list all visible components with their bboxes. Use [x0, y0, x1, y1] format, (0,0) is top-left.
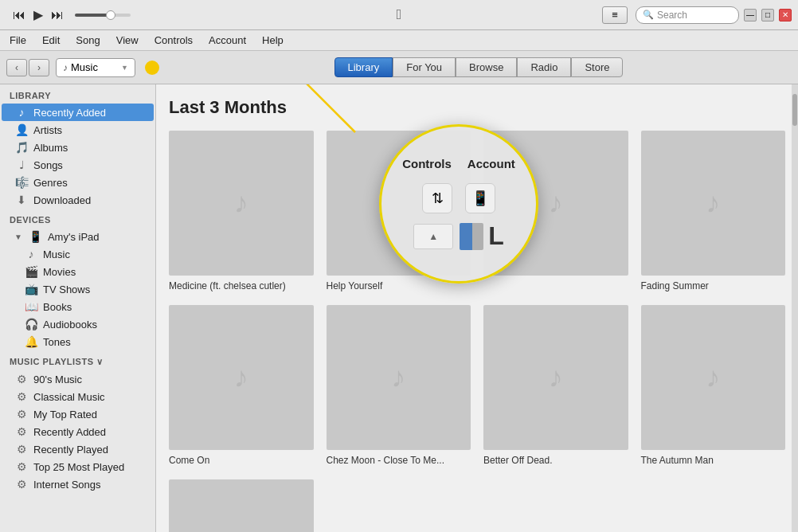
music-icon: ♪: [24, 248, 38, 260]
sidebar-movies-label: Movies: [43, 266, 76, 278]
sidebar-item-downloaded[interactable]: ⬇ Downloaded: [2, 191, 154, 209]
sidebar-songs-label: Songs: [33, 159, 63, 171]
sidebar-item-artists[interactable]: 👤 Artists: [2, 121, 154, 139]
internet-songs-icon: ⚙: [14, 478, 29, 491]
sidebar-item-ipad[interactable]: ▼ 📱 Amy's iPad: [2, 228, 154, 245]
magnifier-updown-button[interactable]: ⇅: [422, 183, 452, 213]
recently-added-pl-icon: ⚙: [14, 425, 29, 438]
top-rated-icon: ⚙: [14, 408, 29, 421]
playback-controls: ⏮ ▶ ⏭: [10, 6, 67, 24]
list-icon: ≡: [612, 9, 618, 21]
devices-section-header: Devices: [0, 209, 155, 228]
titlebar-right: ≡ 🔍 Search — □ ✕: [602, 6, 792, 24]
album-item-fading[interactable]: ♪ Fading Summer: [641, 131, 786, 292]
menu-view[interactable]: View: [110, 33, 145, 48]
menu-song[interactable]: Song: [69, 33, 106, 48]
album-art-medicine: ♪: [169, 131, 314, 276]
source-dropdown[interactable]: ♪ Music ▼: [56, 58, 135, 77]
music-note-icon-3: ♪: [549, 186, 563, 220]
titlebar-left: ⏮ ▶ ⏭: [6, 6, 131, 24]
volume-slider[interactable]: [75, 14, 131, 17]
magnifier-device-button[interactable]: 📱: [465, 183, 495, 213]
tab-store[interactable]: Store: [571, 57, 623, 77]
album-title-better: Better Off Dead.: [483, 455, 553, 467]
scroll-up-icon: ▲: [428, 231, 438, 242]
sidebar-music-label: Music: [43, 248, 70, 260]
album-item-medicine[interactable]: ♪ Medicine (ft. chelsea cutler): [169, 131, 314, 292]
sidebar-item-movies[interactable]: 🎬 Movies: [2, 263, 154, 280]
genres-icon: 🎼: [14, 176, 29, 189]
list-view-button[interactable]: ≡: [602, 6, 628, 24]
menu-file[interactable]: File: [3, 33, 33, 48]
nav-forward-button[interactable]: ›: [29, 59, 49, 76]
movies-icon: 🎬: [24, 265, 38, 278]
yellow-circle-indicator: [145, 61, 159, 75]
albums-icon: 🎵: [14, 141, 29, 154]
search-icon: 🔍: [643, 10, 654, 20]
sidebar-books-label: Books: [43, 301, 72, 313]
sidebar-item-recently-played[interactable]: ⚙ Recently Played: [2, 440, 154, 458]
sidebar-item-top-rated[interactable]: ⚙ My Top Rated: [2, 405, 154, 423]
scrollbar[interactable]: [792, 84, 798, 532]
nav-back-button[interactable]: ‹: [6, 59, 27, 76]
recently-played-icon: ⚙: [14, 443, 29, 456]
album-item-better[interactable]: ♪ Better Off Dead.: [483, 305, 628, 467]
album-item-come-on[interactable]: ♪ Come On: [169, 305, 314, 467]
tab-radio[interactable]: Radio: [517, 57, 571, 77]
music-note-icon-7: ♪: [549, 361, 563, 394]
menu-controls[interactable]: Controls: [148, 33, 199, 48]
album-item-row3-1[interactable]: ♪: [169, 479, 314, 532]
artists-icon: 👤: [14, 123, 29, 136]
sidebar-albums-label: Albums: [33, 142, 68, 154]
sidebar-item-audiobooks[interactable]: 🎧 Audiobooks: [2, 315, 154, 333]
sidebar-audiobooks-label: Audiobooks: [43, 319, 97, 331]
magnifier-menu-row: Controls Account: [402, 157, 515, 170]
magnifier-partial-album: L: [460, 221, 504, 251]
album-grid-row3: ♪: [169, 479, 785, 532]
play-button[interactable]: ▶: [30, 6, 46, 24]
sidebar-90s-label: 90's Music: [33, 374, 82, 385]
tab-library[interactable]: Library: [334, 57, 393, 77]
album-art-come-on: ♪: [169, 305, 314, 450]
album-item-chez[interactable]: ♪ Chez Moon - Close To Me...: [327, 305, 471, 467]
sidebar-item-top25[interactable]: ⚙ Top 25 Most Played: [2, 458, 154, 475]
sidebar-item-tvshows[interactable]: 📺 TV Shows: [2, 280, 154, 298]
tab-browse[interactable]: Browse: [456, 57, 517, 77]
album-title-fading: Fading Summer: [641, 280, 709, 293]
next-button[interactable]: ⏭: [48, 6, 67, 24]
prev-button[interactable]: ⏮: [10, 6, 29, 24]
sidebar-item-internet-songs[interactable]: ⚙ Internet Songs: [2, 475, 154, 493]
sidebar-item-recently-added-pl[interactable]: ⚙ Recently Added: [2, 423, 154, 440]
album-item-autumn[interactable]: ♪ The Autumn Man: [641, 305, 786, 467]
menu-account[interactable]: Account: [202, 33, 252, 48]
album-art-chez: ♪: [327, 305, 471, 450]
close-button[interactable]: ✕: [779, 9, 792, 22]
sidebar-item-90s[interactable]: ⚙ 90's Music: [2, 370, 154, 388]
sidebar-item-music[interactable]: ♪ Music: [2, 245, 154, 263]
sidebar-ipad-label: Amy's iPad: [48, 231, 100, 243]
sidebar-item-classical[interactable]: ⚙ Classical Music: [2, 388, 154, 405]
tab-for-you[interactable]: For You: [393, 57, 456, 77]
sidebar-item-recently-added[interactable]: ♪ Recently Added: [2, 104, 154, 121]
album-title-come-on: Come On: [169, 455, 209, 467]
tones-icon: 🔔: [24, 335, 38, 348]
menu-edit[interactable]: Edit: [36, 33, 66, 48]
minimize-button[interactable]: —: [744, 9, 757, 22]
books-icon: 📖: [24, 300, 38, 313]
magnifier-scroll-btn[interactable]: ▲: [413, 224, 453, 249]
sidebar-item-songs[interactable]: ♩ Songs: [2, 156, 154, 174]
sidebar-item-genres[interactable]: 🎼 Genres: [2, 174, 154, 191]
disclosure-arrow-icon: ▼: [14, 233, 22, 241]
music-note-icon: ♪: [63, 62, 68, 73]
menu-help[interactable]: Help: [256, 33, 290, 48]
music-note-icon-5: ♪: [234, 361, 248, 394]
music-note-icon-8: ♪: [706, 361, 720, 394]
album-title-medicine: Medicine (ft. chelsea cutler): [169, 280, 286, 293]
sidebar-item-albums[interactable]: 🎵 Albums: [2, 139, 154, 156]
sidebar-item-tones[interactable]: 🔔 Tones: [2, 333, 154, 350]
music-note-icon-4: ♪: [706, 186, 720, 220]
scrollbar-thumb[interactable]: [792, 94, 797, 126]
maximize-button[interactable]: □: [761, 9, 774, 22]
sidebar-item-books[interactable]: 📖 Books: [2, 298, 154, 315]
search-box[interactable]: 🔍 Search: [636, 6, 739, 24]
